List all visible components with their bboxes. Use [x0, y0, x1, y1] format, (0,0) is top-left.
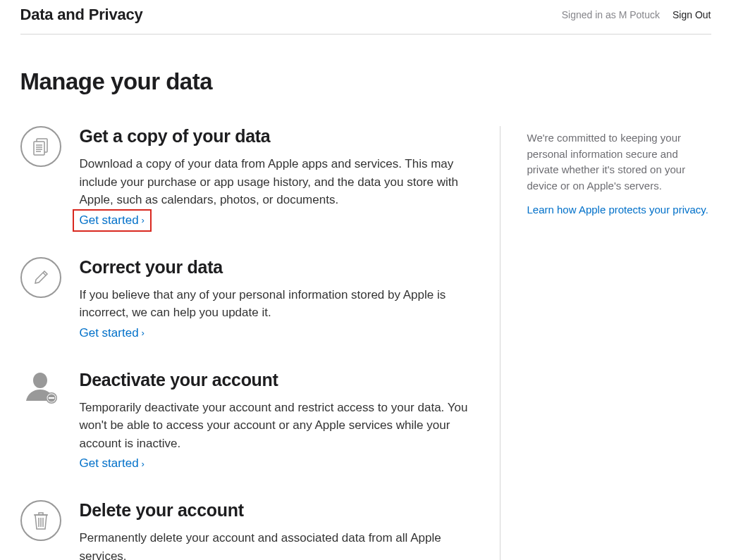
section-description: If you believe that any of your personal… — [80, 286, 472, 322]
section-get-copy: Get a copy of your data Download a copy … — [20, 126, 472, 228]
page-title: Manage your data — [20, 68, 711, 95]
pencil-icon — [20, 257, 61, 298]
chevron-right-icon: › — [142, 459, 145, 469]
sidebar-text: We're committed to keeping your personal… — [527, 130, 711, 194]
header-title: Data and Privacy — [20, 6, 143, 24]
sign-out-link[interactable]: Sign Out — [672, 9, 711, 20]
get-started-link-copy[interactable]: Get started › — [77, 213, 147, 228]
section-title: Get a copy of your data — [80, 126, 472, 147]
documents-icon — [20, 126, 61, 167]
get-started-link-correct[interactable]: Get started › — [80, 326, 145, 340]
main-content: Get a copy of your data Download a copy … — [20, 126, 472, 560]
link-label: Get started — [80, 326, 139, 340]
section-title: Delete your account — [80, 500, 472, 521]
section-title: Deactivate your account — [80, 370, 472, 390]
link-label: Get started — [80, 213, 139, 228]
page-header: Data and Privacy Signed in as M Potuck S… — [20, 6, 711, 35]
section-description: Download a copy of your data from Apple … — [80, 155, 472, 209]
section-deactivate: Deactivate your account Temporarily deac… — [20, 370, 472, 471]
svg-line-6 — [43, 273, 46, 275]
section-title: Correct your data — [80, 257, 472, 278]
section-description: Permanently delete your account and asso… — [80, 529, 472, 560]
chevron-right-icon: › — [142, 328, 145, 338]
trash-icon — [20, 500, 61, 541]
person-deactivate-icon — [20, 370, 61, 411]
signed-in-label: Signed in as M Potuck — [562, 9, 660, 20]
section-description: Temporarily deactivate your account and … — [80, 399, 472, 453]
svg-rect-1 — [34, 142, 44, 155]
sidebar: We're committed to keeping your personal… — [500, 126, 711, 560]
link-label: Get started — [80, 456, 139, 471]
section-correct-data: Correct your data If you believe that an… — [20, 257, 472, 340]
get-started-link-deactivate[interactable]: Get started › — [80, 456, 145, 471]
privacy-learn-link[interactable]: Learn how Apple protects your privacy. — [527, 204, 708, 216]
section-delete: Delete your account Permanently delete y… — [20, 500, 472, 560]
chevron-right-icon: › — [142, 215, 145, 225]
svg-rect-10 — [49, 397, 54, 399]
